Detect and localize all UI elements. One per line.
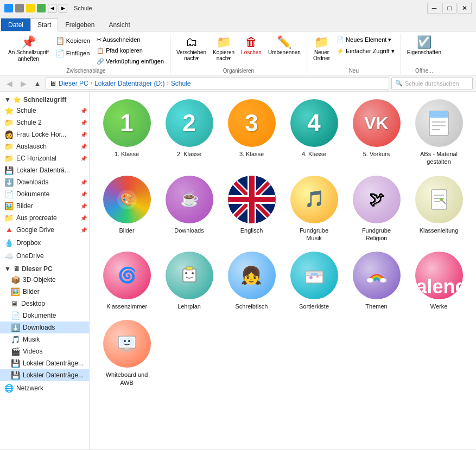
path-schule[interactable]: Schule: [171, 80, 191, 87]
sidebar-item-schule2[interactable]: 📁 Schule 2 📌: [0, 117, 89, 128]
restore-icon[interactable]: [26, 4, 35, 12]
search-box[interactable]: 🔍 Schule durchsuchen: [391, 78, 473, 89]
folder-downloads[interactable]: ☕ Downloads: [160, 173, 219, 245]
folder-schreibtisch[interactable]: 👧 Schreibtisch: [222, 249, 281, 312]
minimize-button[interactable]: ─: [427, 3, 441, 14]
folder-1-klasse[interactable]: 1 1. Klasse: [97, 97, 156, 168]
sidebar-item-lokaler[interactable]: 💾 Lokaler Datenträ...: [0, 164, 89, 176]
new-item-button[interactable]: 📄 Neues Element ▾: [334, 35, 397, 45]
folder-icon-themen: [353, 252, 401, 299]
rename-button[interactable]: ✏️ Umbenennen: [265, 35, 303, 57]
svg-point-28: [192, 272, 194, 274]
tab-start[interactable]: Start: [30, 18, 58, 31]
sidebar-item-3d-objekte[interactable]: 📦 3D-Objekte: [0, 274, 89, 286]
svg-text:👧: 👧: [240, 265, 262, 286]
properties-button[interactable]: ☑️ Eigenschaften: [404, 35, 444, 57]
sidebar-item-frau-locke[interactable]: 👩 Frau Locke Hor... 📌: [0, 128, 89, 140]
schule-icon: ⭐: [4, 106, 14, 115]
dokumente-label: Dokumente: [16, 190, 49, 198]
title-bar-icons: ◀ ▶: [4, 4, 67, 12]
folder-icon-schreibtisch: 👧: [228, 252, 276, 299]
sidebar-item-google-drive[interactable]: 🔺 Google Drive 📌: [0, 224, 89, 236]
sidebar-item-desktop[interactable]: 🖥 Desktop: [0, 298, 89, 310]
sidebar-item-downloads-pc[interactable]: ⬇️ Downloads: [0, 322, 89, 333]
copy-to-button[interactable]: 📁 Kopierennach▾: [210, 35, 237, 63]
folder-lehrplan[interactable]: Lehrplan: [160, 249, 219, 312]
folder-sortierkiste[interactable]: Sortierkiste: [284, 249, 344, 312]
folder-4-klasse[interactable]: 4 4. Klasse: [284, 97, 344, 168]
folder-klassenzimmer[interactable]: 🌀 Klassenzimmer: [97, 249, 156, 312]
folder-whiteboard[interactable]: Whiteboard undAWB: [97, 318, 156, 389]
folder-themen[interactable]: Themen: [347, 249, 406, 312]
new-folder-button[interactable]: 📁 NeuerOrdner: [310, 35, 333, 63]
ribbon-group-oeffnen: ☑️ Eigenschaften Öffne...: [401, 34, 447, 74]
sidebar-item-bilder-pc[interactable]: 🖼️ Bilder: [0, 286, 89, 298]
svg-point-35: [309, 276, 313, 279]
paste-shortcut-button[interactable]: 🔗 Verknüpfung einfügen: [94, 56, 167, 67]
ribbon-group-organisieren: 🗂 Verschiebennach▾ 📁 Kopierennach▾ 🗑 Lös…: [170, 34, 307, 74]
nav-icon2[interactable]: ▶: [59, 4, 67, 12]
sidebar-item-bilder[interactable]: 🖼️ Bilder 📌: [0, 200, 89, 212]
svg-rect-26: [183, 269, 196, 282]
sidebar-item-lokaler-d[interactable]: 💾 Lokaler Datenträge...: [0, 357, 89, 369]
path-dieser-pc[interactable]: Dieser PC: [59, 80, 88, 87]
sidebar-header-schnellzugriff[interactable]: ▼ ⭐ Schnellzugriff: [0, 94, 89, 105]
folder-bilder[interactable]: 🎨 Bilder: [97, 173, 156, 245]
svg-point-27: [185, 272, 187, 274]
pin10-icon: 📌: [80, 227, 87, 233]
min-icon[interactable]: [15, 4, 24, 12]
cut-button[interactable]: ✂ Ausschneiden: [94, 35, 167, 45]
folder-fundgrube-religion[interactable]: 🕊 FundgrubeReligion: [347, 173, 406, 245]
folder-englisch[interactable]: Englisch: [222, 173, 281, 245]
maximize-button[interactable]: □: [442, 3, 456, 14]
sidebar-item-netzwerk[interactable]: 🌐 Netzwerk: [0, 382, 89, 394]
address-bar: ◀ ▶ ▲ 🖥 Dieser PC › Lokaler Datenträger …: [0, 75, 476, 92]
folder-5-vorkurs[interactable]: VK 5. Vorkurs: [347, 97, 406, 168]
path-lokaler[interactable]: Lokaler Datenträger (D:): [94, 80, 164, 87]
sidebar-header-dieser-pc[interactable]: ▼ 🖥 Dieser PC: [0, 263, 89, 274]
delete-button[interactable]: 🗑 Löschen: [238, 35, 264, 57]
forward-button[interactable]: ▶: [17, 78, 29, 89]
history-icon[interactable]: [37, 4, 46, 12]
paste-button[interactable]: 📄 Einfügen: [53, 47, 93, 59]
copy-path-button[interactable]: 📋 Pfad kopieren: [94, 46, 167, 56]
sidebar-item-austausch[interactable]: 📁 Austausch 📌: [0, 140, 89, 152]
sidebar-item-videos[interactable]: 🎬 Videos: [0, 345, 89, 357]
svg-point-42: [124, 340, 126, 342]
bilder-pc-icon: 🖼️: [11, 287, 20, 296]
folder-fundgrube-musik[interactable]: 🎵 FundgrubeMusik: [284, 173, 344, 245]
sidebar-item-aus-procreate[interactable]: 📁 Aus procreate 📌: [0, 212, 89, 224]
sidebar-item-musik[interactable]: 🎵 Musik: [0, 333, 89, 345]
folder-3-klasse[interactable]: 3 3. Klasse: [222, 97, 281, 168]
up-button[interactable]: ▲: [31, 78, 43, 89]
folder-abs-material[interactable]: ABs - Materialgestalten: [409, 97, 468, 168]
sidebar-item-lokaler-d2[interactable]: 💾 Lokaler Datenträge...: [0, 369, 89, 381]
sidebar-item-dokumente[interactable]: 📄 Dokumente 📌: [0, 188, 89, 200]
close-button[interactable]: ✕: [458, 3, 472, 14]
folder-werke[interactable]: Lern-kalend. Werke: [409, 249, 468, 312]
folder-klassenleitung[interactable]: Klassenleitung: [409, 173, 468, 245]
sidebar-item-ec-horizontal[interactable]: 📁 EC Horizontal 📌: [0, 152, 89, 164]
move-to-button[interactable]: 🗂 Verschiebennach▾: [174, 35, 209, 63]
aus-procreate-icon: 📁: [4, 214, 14, 222]
svg-point-37: [380, 278, 386, 282]
folder-2-klasse[interactable]: 2 2. Klasse: [160, 97, 219, 168]
address-path[interactable]: 🖥 Dieser PC › Lokaler Datenträger (D:) ›…: [46, 78, 389, 89]
sidebar-item-downloads[interactable]: ⬇️ Downloads 📌: [0, 176, 89, 188]
sidebar-item-dokumente-pc[interactable]: 📄 Dokumente: [0, 310, 89, 322]
pin-quickaccess-button[interactable]: 📌 An Schnellzugriffanheften: [5, 35, 52, 64]
copy-button[interactable]: 📋 Kopieren: [53, 35, 93, 47]
easy-access-button[interactable]: ⚡ Einfacher Zugriff ▾: [334, 46, 397, 56]
tab-datei[interactable]: Datei: [1, 18, 30, 31]
tab-freigeben[interactable]: Freigeben: [58, 18, 101, 31]
folder-icon-klassenleitung: [415, 176, 463, 223]
sidebar-item-schule[interactable]: ⭐ Schule 📌: [0, 105, 89, 117]
downloads-pc-icon: ⬇️: [11, 323, 20, 332]
sidebar-item-dropbox[interactable]: 💧 Dropbox: [0, 237, 89, 249]
sidebar-item-onedrive[interactable]: ☁️ OneDrive: [0, 250, 89, 262]
new-extras: 📄 Neues Element ▾ ⚡ Einfacher Zugriff ▾: [334, 35, 397, 56]
folder-icon-whiteboard: [103, 320, 151, 368]
nav-icon[interactable]: ◀: [48, 4, 56, 12]
back-button[interactable]: ◀: [3, 78, 15, 89]
tab-ansicht[interactable]: Ansicht: [101, 18, 137, 31]
